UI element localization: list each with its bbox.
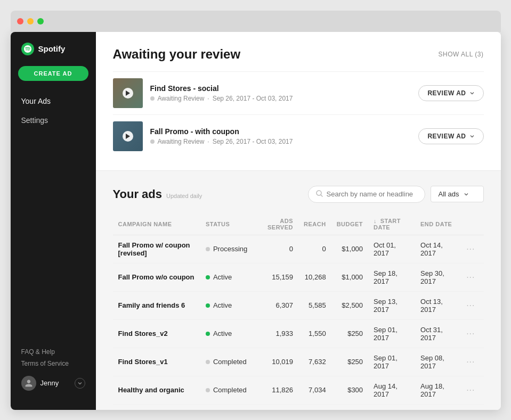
ad-date-range-1: Sep 26, 2017 - Oct 03, 2017 xyxy=(213,138,293,145)
ad-info-0: Find Stores - social Awaiting Review · S… xyxy=(150,84,419,102)
ads-header: Your ads Updated daily xyxy=(113,186,484,203)
sidebar-item-settings[interactable]: Settings xyxy=(11,111,96,130)
table-row: Find Stores_v1 Completed 10,019 7,632 $2… xyxy=(113,348,484,376)
status-dot-4 xyxy=(206,360,210,364)
status-cell-2: Active xyxy=(206,301,247,309)
review-ad-card-1: Fall Promo - with coupon Awaiting Review… xyxy=(113,114,484,158)
status-dot-0 xyxy=(206,247,210,251)
avatar xyxy=(21,376,36,391)
table-row: Fall Promo w/o coupon Active 15,159 10,2… xyxy=(113,263,484,291)
review-section: Awaiting your review SHOW ALL (3) Find S… xyxy=(96,32,501,171)
more-button-5[interactable]: ··· xyxy=(463,384,478,396)
show-all-link[interactable]: SHOW ALL (3) xyxy=(439,51,484,58)
more-button-0[interactable]: ··· xyxy=(463,243,478,255)
updated-label: Updated daily xyxy=(166,193,202,199)
create-ad-button[interactable]: CREATE AD xyxy=(18,66,88,81)
end-date-6: Jul 31, 2017 xyxy=(415,404,458,410)
ads-served-0: 0 xyxy=(253,235,298,263)
col-ads-served: ADS SERVED xyxy=(253,213,298,235)
ad-status-row-1: Awaiting Review · Sep 26, 2017 - Oct 03,… xyxy=(150,138,419,145)
search-icon xyxy=(316,190,323,199)
your-ads-section: Your ads Updated daily xyxy=(96,171,501,410)
user-name: Jenny xyxy=(40,379,59,387)
table-header-row: CAMPAIGN NAME STATUS ADS SERVED REACH xyxy=(113,213,484,235)
budget-0: $1,000 xyxy=(331,235,368,263)
start-date-2: Sep 13, 2017 xyxy=(368,291,415,319)
review-ad-card-0: Find Stores - social Awaiting Review · S… xyxy=(113,71,484,114)
ads-table: CAMPAIGN NAME STATUS ADS SERVED REACH xyxy=(113,213,484,410)
campaign-name-2: Family and friends 6 xyxy=(118,301,185,309)
main-content: Awaiting your review SHOW ALL (3) Find S… xyxy=(96,32,501,410)
sidebar-item-your-ads[interactable]: Your Ads xyxy=(11,92,96,111)
col-start-date[interactable]: ↓ START DATE xyxy=(368,213,415,235)
table-row: Taste of summer campaign Completed 40,02… xyxy=(113,404,484,410)
campaign-name-3: Find Stores_v2 xyxy=(118,330,168,337)
sidebar-nav: Your Ads Settings xyxy=(11,92,96,348)
tos-link[interactable]: Terms of Service xyxy=(21,360,85,367)
start-date-6: Jul 01, 2017 xyxy=(368,404,415,410)
end-date-3: Oct 31, 2017 xyxy=(415,319,458,348)
faq-help-link[interactable]: FAQ & Help xyxy=(21,348,85,356)
status-text-3: Active xyxy=(213,330,232,337)
ads-title-group: Your ads Updated daily xyxy=(113,187,202,201)
ad-info-1: Fall Promo - with coupon Awaiting Review… xyxy=(150,127,419,145)
budget-2: $2,500 xyxy=(331,291,368,319)
ads-served-4: 10,019 xyxy=(253,348,298,376)
minimize-dot[interactable] xyxy=(27,18,34,24)
ad-date-range-0: Sep 26, 2017 - Oct 03, 2017 xyxy=(213,95,293,102)
table-row: Family and friends 6 Active 6,307 5,585 … xyxy=(113,291,484,319)
more-button-1[interactable]: ··· xyxy=(463,271,478,283)
sidebar-logo: Spotify xyxy=(11,43,96,66)
ad-name-1: Fall Promo - with coupon xyxy=(150,127,419,136)
budget-5: $300 xyxy=(331,376,368,404)
status-cell-4: Completed xyxy=(206,358,247,366)
ad-thumbnail-1 xyxy=(113,121,143,151)
maximize-dot[interactable] xyxy=(37,18,44,24)
review-header: Awaiting your review SHOW ALL (3) xyxy=(113,47,484,62)
ad-status-text-0: Awaiting Review xyxy=(158,95,205,102)
sort-icon: ↓ xyxy=(374,218,377,224)
review-ad-button-0[interactable]: REVIEW AD xyxy=(418,85,483,101)
reach-6: 10,271 xyxy=(298,404,331,410)
reach-2: 5,585 xyxy=(298,291,331,319)
budget-3: $250 xyxy=(331,319,368,348)
end-date-0: Oct 14, 2017 xyxy=(415,235,458,263)
campaign-name-4: Find Stores_v1 xyxy=(118,358,168,366)
end-date-2: Oct 13, 2017 xyxy=(415,291,458,319)
play-icon-1 xyxy=(123,131,133,142)
table-row: Healthy and organic Completed 11,826 7,0… xyxy=(113,376,484,404)
end-date-4: Sep 08, 2017 xyxy=(415,348,458,376)
more-button-4[interactable]: ··· xyxy=(463,356,478,368)
awaiting-dot-1 xyxy=(150,139,155,144)
close-dot[interactable] xyxy=(17,18,23,24)
user-menu-button[interactable] xyxy=(75,378,85,389)
filter-dropdown[interactable]: All ads xyxy=(431,186,484,202)
status-text-1: Active xyxy=(213,273,232,281)
campaign-name-1: Fall Promo w/o coupon xyxy=(118,273,194,281)
status-text-4: Completed xyxy=(213,358,247,366)
start-date-0: Oct 01, 2017 xyxy=(368,235,415,263)
reach-0: 0 xyxy=(298,235,331,263)
status-cell-1: Active xyxy=(206,273,247,281)
sidebar: Spotify CREATE AD Your Ads Settings FAQ … xyxy=(11,32,96,410)
ads-served-2: 6,307 xyxy=(253,291,298,319)
review-title: Awaiting your review xyxy=(113,47,241,62)
reach-1: 10,268 xyxy=(298,263,331,291)
ads-served-5: 11,826 xyxy=(253,376,298,404)
reach-4: 7,632 xyxy=(298,348,331,376)
status-cell-5: Completed xyxy=(206,386,247,394)
more-button-2[interactable]: ··· xyxy=(463,300,478,311)
search-input[interactable] xyxy=(327,190,417,198)
status-dot-3 xyxy=(206,332,210,336)
ad-name-0: Find Stores - social xyxy=(150,84,419,93)
status-cell-3: Active xyxy=(206,330,247,337)
search-box xyxy=(308,186,425,203)
end-date-1: Sep 30, 2017 xyxy=(415,263,458,291)
col-campaign-name: CAMPAIGN NAME xyxy=(113,213,200,235)
status-dot-1 xyxy=(206,275,210,279)
start-date-4: Sep 01, 2017 xyxy=(368,348,415,376)
more-button-3[interactable]: ··· xyxy=(463,328,478,340)
end-date-5: Aug 18, 2017 xyxy=(415,376,458,404)
col-budget: BUDGET xyxy=(331,213,368,235)
review-ad-button-1[interactable]: REVIEW AD xyxy=(418,128,483,144)
